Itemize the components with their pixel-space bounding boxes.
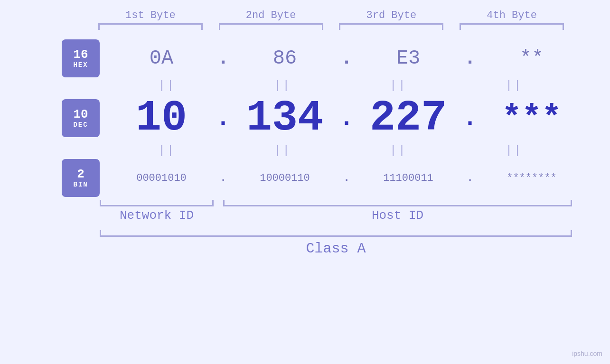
eq-6: ||	[231, 144, 335, 157]
eq-1: ||	[115, 79, 219, 92]
hex-byte-3: E3	[356, 47, 460, 70]
bin-row: 2 BIN 00001010 . 10000110 . 11100011 . *…	[62, 159, 572, 197]
network-id-label: Network ID	[100, 208, 214, 223]
dec-dot-2: .	[337, 105, 356, 132]
dec-byte-2: 134	[233, 94, 337, 142]
bracket-4	[460, 23, 564, 30]
hex-dot-1: .	[214, 47, 233, 70]
hex-byte-4: **	[479, 47, 584, 70]
bin-byte-1: 00001010	[109, 172, 214, 184]
bottom-labels: Network ID Host ID	[100, 208, 572, 223]
top-brackets	[62, 23, 572, 30]
bin-byte-2: 10000110	[233, 172, 337, 184]
host-id-label: Host ID	[223, 208, 572, 223]
bin-byte-3: 11100011	[356, 172, 460, 184]
bin-values: 00001010 . 10000110 . 11100011 . *******…	[100, 172, 584, 184]
network-bracket	[100, 200, 214, 206]
eq-2: ||	[231, 79, 335, 92]
bottom-bracket-section: Network ID Host ID	[62, 200, 572, 223]
bin-dot-2: .	[337, 172, 356, 184]
byte-header-3: 3rd Byte	[339, 9, 443, 21]
bracket-3	[339, 23, 443, 30]
hex-row: 16 HEX 0A . 86 . E3 . **	[62, 39, 572, 77]
dec-byte-1: 10	[109, 94, 214, 142]
bracket-2	[219, 23, 323, 30]
class-row: Class A	[62, 230, 572, 257]
eq-7: ||	[346, 144, 450, 157]
equals-row-2: || || || ||	[62, 144, 572, 157]
dec-badge: 10 DEC	[62, 99, 100, 137]
class-bracket	[100, 230, 572, 237]
dec-byte-3: 227	[356, 94, 460, 142]
watermark: ipshu.com	[572, 350, 602, 357]
bin-badge: 2 BIN	[62, 159, 100, 197]
main-container: 1st Byte 2nd Byte 3rd Byte 4th Byte 16 H…	[0, 0, 610, 364]
dec-byte-4: ***	[479, 100, 584, 137]
byte-header-4: 4th Byte	[460, 9, 564, 21]
bin-byte-4: ********	[479, 172, 584, 184]
byte-header-2: 2nd Byte	[219, 9, 323, 21]
host-bracket	[223, 200, 572, 206]
hex-byte-1: 0A	[109, 47, 214, 70]
bottom-brackets	[100, 200, 572, 206]
hex-byte-2: 86	[233, 47, 337, 70]
bracket-1	[98, 23, 203, 30]
bin-dot-1: .	[214, 172, 233, 184]
dec-dot-3: .	[460, 105, 479, 132]
dec-dot-1: .	[214, 105, 233, 132]
bin-dot-3: .	[460, 172, 479, 184]
hex-values: 0A . 86 . E3 . **	[100, 47, 584, 70]
hex-badge: 16 HEX	[62, 39, 100, 77]
eq-5: ||	[115, 144, 219, 157]
byte-headers-row: 1st Byte 2nd Byte 3rd Byte 4th Byte	[62, 9, 572, 21]
class-label: Class A	[100, 241, 572, 257]
eq-3: ||	[346, 79, 450, 92]
dec-row: 10 DEC 10 . 134 . 227 . ***	[62, 94, 572, 142]
equals-row-1: || || || ||	[62, 79, 572, 92]
dec-values: 10 . 134 . 227 . ***	[100, 94, 584, 142]
hex-dot-2: .	[337, 47, 356, 70]
eq-8: ||	[462, 144, 566, 157]
hex-dot-3: .	[460, 47, 479, 70]
eq-4: ||	[462, 79, 566, 92]
byte-header-1: 1st Byte	[98, 9, 203, 21]
